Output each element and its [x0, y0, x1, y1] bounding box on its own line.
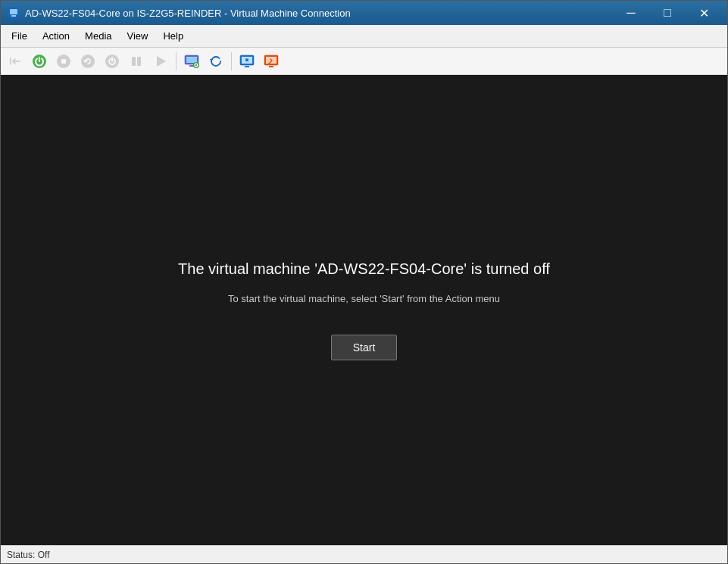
- svg-point-16: [195, 64, 197, 65]
- toolbar: [1, 48, 727, 75]
- svg-rect-21: [245, 59, 248, 61]
- menu-view[interactable]: View: [120, 27, 156, 45]
- vm-screen: The virtual machine 'AD-WS22-FS04-Core' …: [1, 75, 727, 545]
- svg-rect-9: [137, 57, 141, 66]
- svg-rect-20: [245, 66, 249, 67]
- toolbar-back-button[interactable]: [4, 51, 27, 72]
- status-text: Status: Off: [7, 550, 49, 560]
- vm-start-button[interactable]: Start: [331, 335, 398, 360]
- menu-media[interactable]: Media: [77, 27, 119, 45]
- menu-file[interactable]: File: [4, 27, 35, 45]
- maximize-button[interactable]: □: [650, 1, 685, 25]
- svg-marker-10: [157, 56, 166, 67]
- toolbar-resume-button[interactable]: [149, 51, 172, 72]
- toolbar-reset-button[interactable]: [77, 51, 99, 72]
- toolbar-start-button[interactable]: [28, 51, 51, 72]
- toolbar-separator-2: [231, 52, 232, 70]
- toolbar-pause-button[interactable]: [125, 51, 148, 72]
- window-controls: ─ □ ✕: [614, 1, 721, 25]
- menu-help[interactable]: Help: [155, 27, 191, 45]
- toolbar-separator-1: [176, 52, 177, 70]
- svg-rect-5: [61, 59, 66, 64]
- svg-rect-1: [10, 9, 17, 14]
- app-icon: [7, 6, 20, 20]
- toolbar-revert-button[interactable]: [205, 51, 227, 72]
- svg-rect-26: [269, 66, 273, 67]
- toolbar-settings-button[interactable]: [260, 51, 283, 72]
- window-title: AD-WS22-FS04-Core on IS-Z2G5-REINDER - V…: [25, 8, 614, 19]
- svg-point-6: [81, 55, 95, 68]
- svg-rect-2: [11, 15, 16, 17]
- toolbar-stop-button[interactable]: [52, 51, 75, 72]
- toolbar-shutdown-button[interactable]: [101, 51, 123, 72]
- close-button[interactable]: ✕: [686, 1, 721, 25]
- menu-bar: File Action Media View Help: [1, 25, 727, 48]
- svg-marker-17: [210, 59, 213, 61]
- svg-rect-8: [132, 57, 136, 66]
- svg-rect-12: [186, 57, 197, 63]
- title-bar: AD-WS22-FS04-Core on IS-Z2G5-REINDER - V…: [1, 1, 727, 25]
- menu-action[interactable]: Action: [35, 27, 77, 45]
- status-bar: Status: Off: [1, 545, 727, 563]
- vm-off-subtitle: To start the virtual machine, select 'St…: [228, 293, 500, 304]
- vm-off-title: The virtual machine 'AD-WS22-FS04-Core' …: [178, 260, 550, 278]
- toolbar-enhanced-button[interactable]: [236, 51, 258, 72]
- minimize-button[interactable]: ─: [614, 1, 648, 25]
- toolbar-snapshot-button[interactable]: [180, 51, 203, 72]
